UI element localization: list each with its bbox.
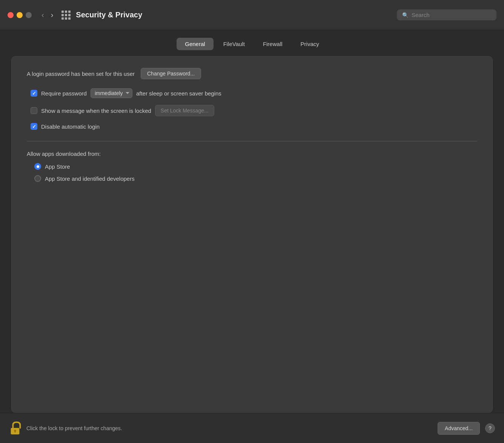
radio-identified[interactable]	[34, 175, 41, 182]
radio-appstore-row[interactable]: App Store	[34, 163, 477, 170]
lock-status-text: Click the lock to prevent further change…	[26, 425, 432, 431]
general-panel: A login password has been set for this u…	[11, 56, 493, 413]
window-controls	[8, 12, 32, 18]
show-message-row: Show a message when the screen is locked…	[31, 105, 477, 116]
checkmark-icon-2: ✓	[32, 124, 36, 129]
password-row: A login password has been set for this u…	[27, 68, 477, 79]
close-button[interactable]	[8, 12, 14, 18]
require-password-checkbox[interactable]: ✓	[31, 90, 37, 97]
password-timing-dropdown[interactable]: immediately 5 minutes 15 minutes 1 hour …	[91, 88, 132, 98]
tab-filevault[interactable]: FileVault	[215, 38, 253, 50]
minimize-button[interactable]	[17, 12, 23, 18]
require-password-row: ✓ Require password immediately 5 minutes…	[31, 88, 477, 98]
search-icon: 🔍	[402, 12, 409, 18]
tab-general[interactable]: General	[177, 38, 213, 50]
tabs: General FileVault Firewall Privacy	[11, 38, 493, 50]
nav-arrows: ‹ ›	[39, 10, 55, 20]
allow-apps-section: Allow apps downloaded from: App Store Ap…	[27, 151, 477, 182]
titlebar: ‹ › Security & Privacy 🔍	[0, 0, 504, 30]
maximize-button[interactable]	[26, 12, 32, 18]
radio-identified-row[interactable]: App Store and identified developers	[34, 175, 477, 182]
bottom-bar: Click the lock to prevent further change…	[0, 413, 504, 443]
set-lock-message-button[interactable]: Set Lock Message...	[155, 105, 214, 116]
radio-identified-label: App Store and identified developers	[45, 175, 135, 182]
require-password-suffix: after sleep or screen saver begins	[136, 90, 221, 97]
require-password-prefix: Require password	[41, 90, 87, 97]
allow-apps-label: Allow apps downloaded from:	[27, 151, 477, 157]
lock-icon-container[interactable]	[9, 421, 21, 436]
section-divider	[27, 141, 477, 142]
tab-firewall[interactable]: Firewall	[255, 38, 291, 50]
lock-icon	[9, 421, 21, 436]
svg-rect-2	[15, 431, 16, 432]
change-password-button[interactable]: Change Password...	[141, 68, 201, 79]
help-button[interactable]: ?	[485, 423, 495, 433]
forward-button[interactable]: ›	[49, 10, 56, 20]
disable-autologin-checkbox[interactable]: ✓	[31, 123, 37, 130]
show-message-checkbox[interactable]	[31, 107, 37, 114]
show-message-label: Show a message when the screen is locked	[41, 108, 151, 114]
disable-autologin-row: ✓ Disable automatic login	[31, 123, 477, 130]
back-button[interactable]: ‹	[39, 10, 46, 20]
advanced-button[interactable]: Advanced...	[438, 422, 480, 435]
radio-group: App Store App Store and identified devel…	[27, 163, 477, 182]
search-input[interactable]	[412, 12, 491, 18]
search-box[interactable]: 🔍	[397, 9, 496, 20]
grid-icon[interactable]	[61, 11, 71, 20]
dropdown-wrapper: immediately 5 minutes 15 minutes 1 hour …	[91, 88, 132, 98]
disable-autologin-label: Disable automatic login	[41, 123, 100, 130]
checkmark-icon: ✓	[32, 91, 36, 96]
tab-privacy[interactable]: Privacy	[292, 38, 327, 50]
content-area: General FileVault Firewall Privacy A log…	[0, 30, 504, 413]
checkbox-section: ✓ Require password immediately 5 minutes…	[27, 88, 477, 130]
radio-appstore[interactable]	[34, 163, 41, 170]
radio-appstore-label: App Store	[45, 163, 70, 170]
password-label: A login password has been set for this u…	[27, 71, 135, 77]
window-title: Security & Privacy	[76, 11, 397, 19]
